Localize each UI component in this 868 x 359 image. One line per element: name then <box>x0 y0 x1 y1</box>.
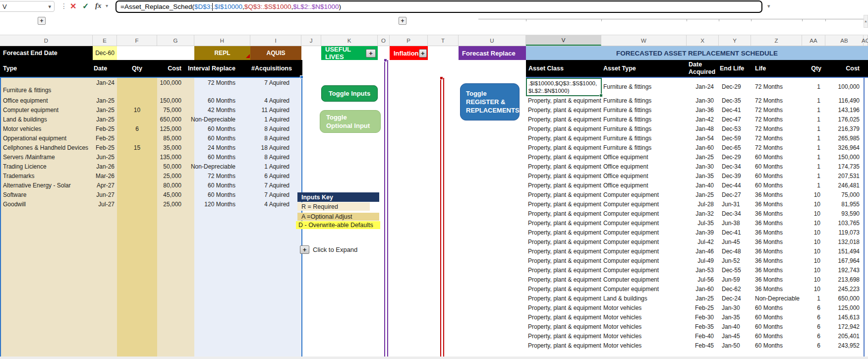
schedule-row-type[interactable]: Computer equipment <box>601 265 687 275</box>
register-row-cost[interactable]: 25,000 <box>157 199 194 209</box>
register-row-acq[interactable]: 18 Aquired <box>250 143 301 152</box>
register-row-acq[interactable]: 7 Aquired <box>250 190 301 199</box>
register-row-interval[interactable]: 60 Months <box>194 96 250 105</box>
schedule-row-cls[interactable]: Property, plant & equipment <box>526 341 601 350</box>
schedule-row-cls[interactable]: Property, plant & equipment <box>526 171 601 180</box>
schedule-row-life[interactable]: 72 Months <box>751 105 802 115</box>
schedule-row-acq[interactable]: Feb-35 <box>687 322 719 331</box>
schedule-row-life[interactable]: 60 Months <box>751 303 802 312</box>
schedule-row-qty[interactable]: 1 <box>802 96 825 105</box>
schedule-row-cls[interactable]: Property, plant & equipment <box>526 96 601 105</box>
schedule-row-cls[interactable]: Property, plant & equipment <box>526 209 601 218</box>
schedule-row-cls[interactable]: Property, plant & equipment <box>526 275 601 284</box>
schedule-row-life[interactable]: 36 Months <box>751 275 802 284</box>
column-header-U[interactable]: U <box>459 35 526 46</box>
schedule-row-life[interactable]: 36 Months <box>751 237 802 246</box>
schedule-row-cost[interactable]: 167,964 <box>825 256 864 265</box>
register-row-interval[interactable]: 60 Months <box>194 124 250 133</box>
schedule-row-life[interactable]: 36 Months <box>751 209 802 218</box>
schedule-row-qty[interactable]: 10 <box>802 246 825 256</box>
register-row-acq[interactable]: 8 Aquired <box>250 124 301 133</box>
useful-lives-expand-icon[interactable]: + <box>366 49 376 58</box>
register-row-interval[interactable]: 72 Months <box>194 171 250 180</box>
schedule-row-acq[interactable]: Jan-39 <box>687 228 719 237</box>
schedule-row-qty[interactable]: 10 <box>802 275 825 284</box>
schedule-row-type[interactable]: Office equipment <box>601 171 687 180</box>
schedule-row-life[interactable]: 60 Months <box>751 322 802 331</box>
name-box[interactable]: V ▾ <box>0 1 55 12</box>
schedule-row-qty[interactable]: 1 <box>802 171 825 180</box>
schedule-row-life[interactable]: 60 Months <box>751 171 802 180</box>
schedule-row-type[interactable]: Furniture & fittings <box>601 143 687 152</box>
confirm-entry-icon[interactable]: ✓ <box>82 1 89 11</box>
column-header-J[interactable]: J <box>301 35 321 46</box>
schedule-row-qty[interactable]: 10 <box>802 284 825 294</box>
schedule-row-end[interactable]: Dec-41 <box>719 105 751 115</box>
register-row-interval[interactable]: 72 Months <box>194 78 250 96</box>
schedule-row-type[interactable]: Computer equipment <box>601 209 687 218</box>
register-row-type[interactable]: Alternative Energy - Solar <box>0 180 93 190</box>
schedule-row-type[interactable]: Furniture & fittings <box>601 78 687 96</box>
column-header-AA[interactable]: AA <box>802 35 825 46</box>
register-row-acq[interactable]: 8 Aquired <box>250 133 301 143</box>
range-handle-red[interactable] <box>440 76 443 80</box>
register-row-type[interactable]: Goodwill <box>0 199 93 209</box>
schedule-row-cost[interactable]: 205,401 <box>825 331 864 341</box>
schedule-row-type[interactable]: Land & buildings <box>601 294 687 303</box>
register-row-cost[interactable]: 125,000 <box>157 124 194 133</box>
schedule-row-acq[interactable]: Jan-46 <box>687 246 719 256</box>
register-row-acq[interactable]: 7 Aquired <box>250 78 301 96</box>
register-row-interval[interactable]: 42 Months <box>194 105 250 115</box>
schedule-row-cost[interactable]: 119,073 <box>825 228 864 237</box>
schedule-row-cost[interactable]: 150,000 <box>825 152 864 162</box>
schedule-row-end[interactable]: Dec-62 <box>719 284 751 294</box>
register-row-interval[interactable]: 60 Months <box>194 180 250 190</box>
schedule-row-qty[interactable]: 10 <box>802 256 825 265</box>
schedule-row-qty[interactable]: 6 <box>802 312 825 322</box>
register-row-qty[interactable] <box>117 180 157 190</box>
schedule-row-cls[interactable]: Property, plant & equipment <box>526 152 601 162</box>
schedule-row-cls[interactable]: Property, plant & equipment <box>526 105 601 115</box>
schedule-row-cls[interactable]: Property, plant & equipment <box>526 199 601 209</box>
active-cell-edit-box[interactable]: .$I$10000,$Q$3:.$S$1000, $L$2:.$N$1000) <box>526 78 602 96</box>
schedule-row-qty[interactable]: 1 <box>802 115 825 124</box>
schedule-row-end[interactable]: Jan-45 <box>719 331 751 341</box>
schedule-row-cost[interactable]: 93,590 <box>825 209 864 218</box>
schedule-row-cls[interactable]: Property, plant & equipment <box>526 124 601 133</box>
schedule-row-end[interactable]: Jun-31 <box>719 199 751 209</box>
register-row-qty[interactable] <box>117 133 157 143</box>
schedule-row-qty[interactable]: 1 <box>802 124 825 133</box>
register-row-date[interactable]: Jun-25 <box>93 152 117 162</box>
register-row-qty[interactable] <box>117 96 157 105</box>
register-row-type[interactable]: Land & buildings <box>0 115 93 124</box>
register-row-date[interactable]: Jan-24 <box>93 78 117 96</box>
schedule-row-acq[interactable]: Jan-60 <box>687 143 719 152</box>
schedule-row-end[interactable]: Dec-48 <box>719 246 751 256</box>
schedule-row-cls[interactable]: Property, plant & equipment <box>526 246 601 256</box>
schedule-row-life[interactable]: 60 Months <box>751 152 802 162</box>
schedule-row-acq[interactable]: Jul-28 <box>687 199 719 209</box>
outline-expand-button-middle[interactable]: + <box>399 17 406 25</box>
schedule-row-cls[interactable]: Property, plant & equipment <box>526 322 601 331</box>
schedule-row-type[interactable]: Motor vehicles <box>601 331 687 341</box>
schedule-row-end[interactable]: Dec-53 <box>719 124 751 133</box>
schedule-row-cost[interactable]: 650,000 <box>825 294 864 303</box>
schedule-row-cls[interactable]: Property, plant & equipment <box>526 190 601 199</box>
schedule-row-qty[interactable]: 10 <box>802 228 825 237</box>
schedule-row-cls[interactable]: Property, plant & equipment <box>526 180 601 190</box>
register-row-date[interactable]: Jun-27 <box>93 190 117 199</box>
schedule-row-life[interactable]: Non-Depreciable <box>751 294 802 303</box>
register-row-qty[interactable]: 10 <box>117 105 157 115</box>
schedule-row-qty[interactable]: 1 <box>802 162 825 171</box>
column-header-O[interactable]: O <box>378 35 390 46</box>
schedule-row-qty[interactable]: 10 <box>802 199 825 209</box>
repl-banner[interactable]: REPL <box>194 46 250 60</box>
register-row-date[interactable]: Feb-25 <box>93 143 117 152</box>
schedule-row-acq[interactable]: Jan-36 <box>687 105 719 115</box>
column-header-W[interactable]: W <box>601 35 687 46</box>
schedule-row-type[interactable]: Motor vehicles <box>601 312 687 322</box>
active-cell-fill-handle[interactable] <box>599 94 603 97</box>
schedule-row-cls[interactable]: Property, plant & equipment <box>526 331 601 341</box>
schedule-row-qty[interactable]: 6 <box>802 303 825 312</box>
schedule-row-acq[interactable]: Jan-25 <box>687 294 719 303</box>
